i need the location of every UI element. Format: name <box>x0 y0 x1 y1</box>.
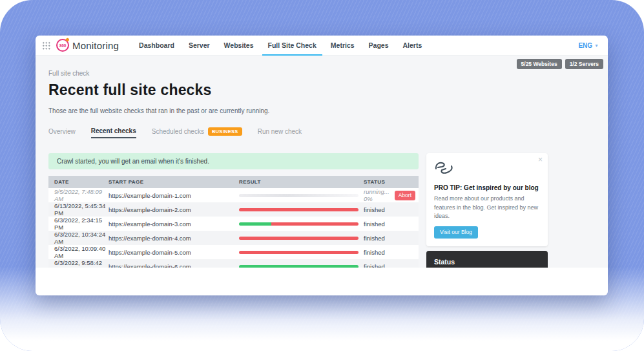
tab-label: Run new check <box>258 128 302 135</box>
quota-badge-5-25-websites: 5/25 Websites <box>517 59 562 69</box>
tab-label: Scheduled checks <box>152 128 204 135</box>
visit-blog-button[interactable]: Visit our Blog <box>434 226 478 239</box>
status-panel-title: Status <box>434 258 540 266</box>
check-status-cell: running... 0%Abort <box>364 188 419 202</box>
check-status-text: running... 0% <box>364 188 391 202</box>
logo-360-icon: 360 <box>56 39 69 52</box>
chevron-down-icon: ▼ <box>594 43 599 48</box>
column-header-result: RESULT <box>239 179 364 185</box>
status-panel: Status SERVERS0 open alert(s)0 servers d… <box>426 251 548 268</box>
check-result-cell <box>239 237 364 240</box>
bar-segment-green <box>239 222 271 226</box>
table-header-row: DATESTART PAGERESULTSTATUS <box>48 176 419 188</box>
check-status-cell: finished <box>364 206 419 213</box>
tab-recent-checks[interactable]: Recent checks <box>91 124 136 138</box>
check-start-page: https://example-domain-5.com <box>109 249 239 256</box>
success-alert: Crawl started, you will get an email whe… <box>48 153 419 169</box>
main-nav: DashboardServerWebsitesFull Site CheckMe… <box>132 36 429 55</box>
column-header-start-page: START PAGE <box>109 179 239 185</box>
apps-grid-icon[interactable] <box>41 41 50 50</box>
pro-tip-title: PRO TIP: Get inspired by our blog <box>434 184 540 191</box>
page-subtitle: Those are the full website checks that r… <box>48 107 608 114</box>
check-result-cell <box>239 251 364 254</box>
abort-button[interactable]: Abort <box>395 191 415 200</box>
nav-item-websites[interactable]: Websites <box>217 36 261 55</box>
scribble-lightning-icon <box>434 160 454 177</box>
check-start-page: https://example-domain-6.com <box>109 263 239 268</box>
checks-column: Crawl started, you will get an email whe… <box>48 153 419 268</box>
main-columns: Crawl started, you will get an email whe… <box>48 153 608 268</box>
check-status-cell: finished <box>364 220 419 228</box>
check-status-cell: finished <box>364 263 419 268</box>
table-body: 9/5/2022, 7:48:09 AMhttps://example-doma… <box>48 188 419 268</box>
check-result-cell <box>239 208 364 211</box>
check-start-page: https://example-domain-3.com <box>109 220 239 228</box>
check-status-text: finished <box>364 220 385 228</box>
check-status-cell: finished <box>364 235 419 242</box>
tab-label: Recent checks <box>91 127 136 134</box>
progress-bar <box>239 208 358 211</box>
nav-item-dashboard[interactable]: Dashboard <box>132 36 182 55</box>
app-header: 360 Monitoring DashboardServerWebsitesFu… <box>36 36 608 56</box>
close-icon[interactable]: × <box>538 155 543 164</box>
check-status-text: finished <box>364 249 385 256</box>
breadcrumb: Full site check <box>48 70 608 77</box>
nav-item-full-site-check[interactable]: Full Site Check <box>261 36 324 55</box>
check-date: 6/13/2022, 5:45:34 PM <box>48 202 109 217</box>
column-header-status: STATUS <box>364 179 419 185</box>
bar-segment-red <box>239 208 358 211</box>
language-selector[interactable]: ENG ▼ <box>578 42 599 49</box>
check-result-cell <box>239 222 364 226</box>
progress-bar <box>239 251 358 254</box>
marketing-frame-stage: 360 Monitoring DashboardServerWebsitesFu… <box>0 0 644 351</box>
business-badge: BUSINESS <box>208 127 242 136</box>
check-status-cell: finished <box>364 249 419 256</box>
check-start-page: https://example-domain-2.com <box>109 206 239 213</box>
nav-item-alerts[interactable]: Alerts <box>396 36 430 55</box>
tab-scheduled-checks[interactable]: Scheduled checksBUSINESS <box>152 124 242 138</box>
quota-badges: 5/25 Websites1/2 Servers <box>517 59 603 69</box>
check-date: 9/5/2022, 7:48:09 AM <box>48 188 109 202</box>
bar-segment-red <box>239 237 358 240</box>
pro-tip-body: Read more about our products and feature… <box>434 195 540 221</box>
checks-table: DATESTART PAGERESULTSTATUS 9/5/2022, 7:4… <box>48 176 419 268</box>
tab-label: Overview <box>48 128 76 135</box>
check-status-text: finished <box>364 235 385 242</box>
column-header-date: DATE <box>48 179 109 185</box>
quota-badge-1-2-servers: 1/2 Servers <box>565 59 603 69</box>
check-date: 6/3/2022, 2:34:15 PM <box>48 217 109 231</box>
nav-item-pages[interactable]: Pages <box>362 36 396 55</box>
table-row: 9/5/2022, 7:48:09 AMhttps://example-doma… <box>48 188 419 202</box>
progress-bar-pending <box>239 194 358 197</box>
page-title: Recent full site checks <box>48 81 608 99</box>
progress-bar <box>239 237 358 240</box>
check-status-text: finished <box>364 263 385 268</box>
logo-name: Monitoring <box>72 40 119 51</box>
check-start-page: https://example-domain-4.com <box>109 235 239 242</box>
sidebar-column: × PRO TIP: Get inspired by our blog Read… <box>426 153 548 268</box>
table-row: 6/3/2022, 9:58:42 AMhttps://example-doma… <box>48 259 419 268</box>
page-content: 5/25 Websites1/2 Servers Full site check… <box>36 56 608 268</box>
language-label: ENG <box>578 42 592 49</box>
app-window: 360 Monitoring DashboardServerWebsitesFu… <box>36 36 608 295</box>
check-date: 6/3/2022, 10:09:40 AM <box>48 245 109 259</box>
check-date: 6/3/2022, 9:58:42 AM <box>48 259 109 268</box>
tab-overview[interactable]: Overview <box>48 124 76 138</box>
check-date: 6/3/2022, 10:34:24 AM <box>48 231 109 245</box>
nav-item-server[interactable]: Server <box>182 36 217 55</box>
check-result-cell <box>239 194 364 197</box>
progress-bar <box>239 222 358 226</box>
check-start-page: https://example-domain-1.com <box>109 192 239 199</box>
bar-segment-red <box>239 251 358 254</box>
table-row: 6/3/2022, 10:09:40 AMhttps://example-dom… <box>48 245 419 259</box>
logo[interactable]: 360 Monitoring <box>56 39 119 52</box>
pro-tip-card: × PRO TIP: Get inspired by our blog Read… <box>426 153 548 246</box>
tab-run-new-check[interactable]: Run new check <box>258 124 302 138</box>
check-result-cell <box>239 265 364 268</box>
check-status-text: finished <box>364 206 385 213</box>
progress-bar <box>239 265 358 268</box>
table-row: 6/3/2022, 10:34:24 AMhttps://example-dom… <box>48 231 419 245</box>
bar-segment-green <box>239 265 358 268</box>
nav-item-metrics[interactable]: Metrics <box>324 36 362 55</box>
tab-bar: OverviewRecent checksScheduled checksBUS… <box>48 124 608 138</box>
